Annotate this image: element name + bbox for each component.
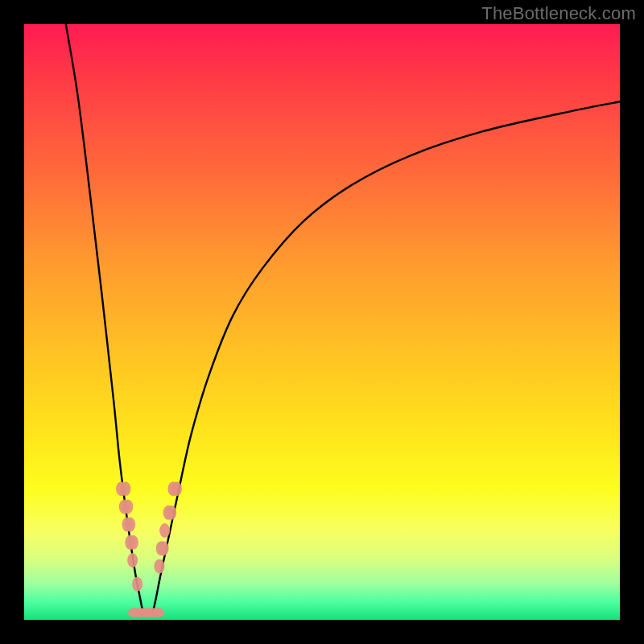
marker-left <box>128 535 138 550</box>
marker-right <box>154 559 164 573</box>
marker-left <box>120 481 130 496</box>
data-markers <box>116 481 182 617</box>
chart-frame: TheBottleneck.com <box>0 0 644 644</box>
marker-left <box>125 518 135 532</box>
marker-right <box>168 481 179 496</box>
marker-left <box>127 553 138 568</box>
marker-left <box>132 577 142 592</box>
watermark-text: TheBottleneck.com <box>481 3 636 24</box>
curve-layer <box>24 24 620 620</box>
marker-right <box>159 523 170 538</box>
plot-area <box>24 24 620 620</box>
marker-right <box>159 541 169 555</box>
marker-bottom <box>152 608 165 617</box>
curve-right-branch <box>152 101 620 613</box>
bottleneck-curve <box>66 24 620 614</box>
marker-left <box>122 499 133 514</box>
marker-right <box>166 506 176 520</box>
